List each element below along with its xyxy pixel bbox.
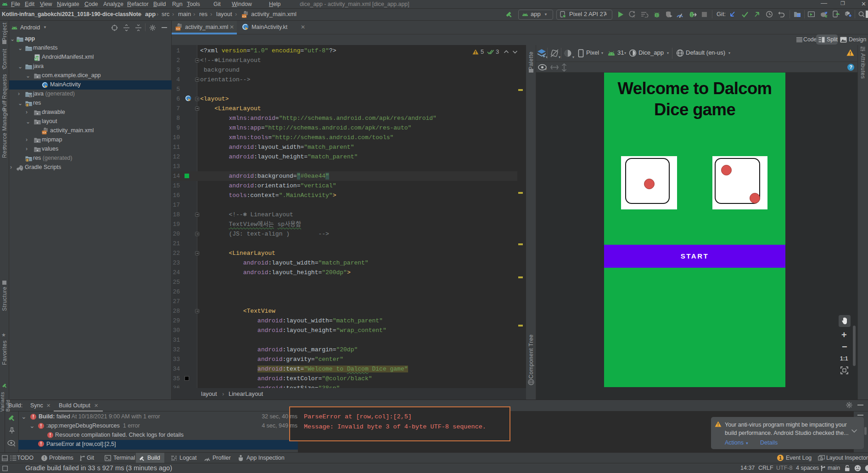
svg-text:MF: MF [34, 58, 39, 61]
svg-text:<>: <> [242, 15, 246, 18]
svg-text:A: A [633, 15, 635, 18]
svg-text:<>: <> [176, 27, 180, 31]
svg-text:<>: <> [43, 131, 46, 135]
